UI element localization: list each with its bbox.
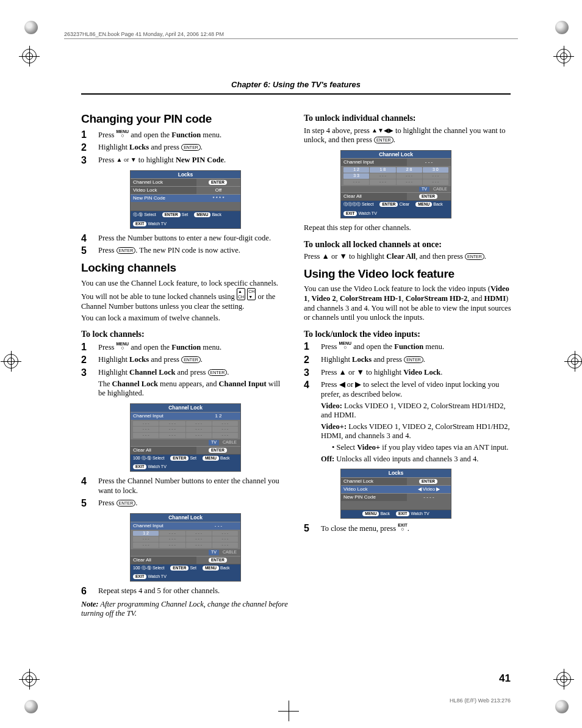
enter-button-icon: ENTER [465, 253, 484, 260]
steps-changing-pin: Press MENU and open the Function menu. H… [81, 130, 289, 165]
print-registration-icon [555, 700, 569, 713]
step: Highlight Locks and press ENTER. [81, 143, 289, 153]
crop-cross-icon [278, 701, 299, 721]
step: Press ▲ or ▼ to highlight Video Lock. [304, 368, 512, 378]
step: Press MENU and open the Function menu. [81, 130, 289, 140]
ch-down-icon: CH▼ [247, 288, 256, 300]
step: Highlight Locks and press ENTER. [304, 355, 512, 365]
step: Press ◀ or ▶ to select the level of vide… [304, 380, 512, 464]
crop-target-icon [22, 672, 37, 687]
step: Highlight Channel Lock and press ENTER. … [81, 368, 289, 398]
steps-lock-cont: Press the Channel Number buttons to ente… [81, 477, 289, 508]
step: Press ENTER. [81, 499, 289, 508]
step: Press ▲ or ▼ to highlight New PIN Code. [81, 156, 289, 165]
osd-locks-video: Locks Channel LockENTER Video Lock◀ Vide… [340, 469, 451, 518]
crop-target-icon [567, 354, 582, 369]
note-channel-lock: Note: After programming Channel Lock, ch… [81, 600, 289, 619]
osd-grid: - - -- - -- - -- - - - - -- - -- - -- - … [131, 420, 240, 439]
exit-button-icon: EXIT [398, 524, 408, 532]
locking-max: You can lock a maximum of twelve channel… [81, 314, 289, 323]
heading-locking-channels: Locking channels [81, 261, 289, 275]
ch-up-icon: ▲CH [237, 288, 245, 300]
crop-target-icon [4, 354, 18, 369]
print-registration-icon [24, 21, 38, 34]
crop-target-icon [556, 49, 571, 63]
content-columns: Changing your PIN code Press MENU and op… [81, 107, 512, 622]
enter-button-icon: ENTER [208, 369, 228, 376]
footer-doc-id: HL86 (E/F) Web 213:276 [450, 697, 511, 704]
crop-target-icon [22, 49, 37, 63]
enter-button-icon: ENTER [181, 356, 201, 363]
step: Press ENTER. The new PIN code is now act… [81, 246, 289, 256]
osd-channel-lock-multi: Channel Lock Channel Input- - - 1 21 82 … [340, 150, 451, 218]
right-column: To unlock individual channels: In step 4… [304, 107, 512, 622]
osd-locks-menu: Locks Channel LockENTER Video LockOff Ne… [130, 170, 241, 229]
crop-target-icon [556, 672, 571, 687]
steps-lock: Press MENU and open the Function menu. H… [81, 342, 289, 398]
left-column: Changing your PIN code Press MENU and op… [81, 107, 289, 622]
bullet-videoplus: Select Video+ if you play video tapes vi… [332, 443, 512, 453]
menu-button-icon: MENU [117, 342, 129, 350]
page-number: 41 [499, 672, 511, 685]
print-registration-icon [24, 700, 38, 713]
enter-button-icon: ENTER [117, 247, 136, 254]
menu-button-icon: MENU [117, 130, 129, 138]
enter-button-icon: ENTER [374, 137, 393, 143]
enter-button-icon: ENTER [181, 144, 201, 151]
step: Press the Channel Number buttons to ente… [81, 477, 289, 496]
heading-changing-pin: Changing your PIN code [81, 112, 289, 126]
enter-button-icon: ENTER [404, 356, 423, 363]
osd-title: Locks [131, 171, 240, 179]
subhead-unlock-all: To unlock all locked channels at once: [304, 239, 512, 250]
chapter-title: Chapter 6: Using the TV's features [81, 80, 511, 95]
page-header-line: 263237HL86_EN.book Page 41 Monday, April… [64, 31, 518, 39]
step: To close the menu, press EXIT. [304, 524, 512, 534]
step: Press the Number buttons to enter a new … [81, 234, 289, 243]
enter-button-icon: ENTER [117, 500, 136, 506]
steps-lock-final: Repeat steps 4 and 5 for other channels. [81, 586, 289, 596]
subhead-to-lock: To lock channels: [81, 329, 289, 340]
menu-button-icon: MENU [339, 342, 352, 350]
video-lock-intro: You can use the Video Lock feature to lo… [304, 284, 512, 323]
locking-intro: You can use the Channel Lock feature, to… [81, 279, 289, 312]
osd-channel-lock-filled: Channel Lock Channel Input- - - 1 2- - -… [130, 513, 241, 582]
subhead-unlock-individual: To unlock individual channels: [304, 113, 512, 124]
step: Repeat steps 4 and 5 for other channels. [81, 586, 289, 596]
heading-video-lock: Using the Video lock feature [304, 267, 512, 281]
steps-changing-pin-cont: Press the Number buttons to enter a new … [81, 234, 289, 256]
steps-video: Press MENU and open the Function menu. H… [304, 342, 512, 464]
unlock-all-text: Press ▲ or ▼ to highlight Clear All, and… [304, 252, 512, 262]
steps-video-close: To close the menu, press EXIT. [304, 524, 512, 534]
step: Highlight Locks and press ENTER. [81, 355, 289, 365]
subhead-lock-unlock-video: To lock/unlock the video inputs: [304, 329, 512, 340]
step: Press MENU and open the Function menu. [81, 342, 289, 353]
repeat-step-text: Repeat this step for other channels. [304, 223, 512, 233]
print-registration-icon [555, 21, 569, 34]
osd-channel-lock: Channel Lock Channel Input1 2 - - -- - -… [130, 403, 241, 472]
unlock-individual-text: In step 4 above, press ▲▼◀▶ to highlight… [304, 126, 512, 145]
step: Press MENU and open the Function menu. [304, 342, 512, 352]
